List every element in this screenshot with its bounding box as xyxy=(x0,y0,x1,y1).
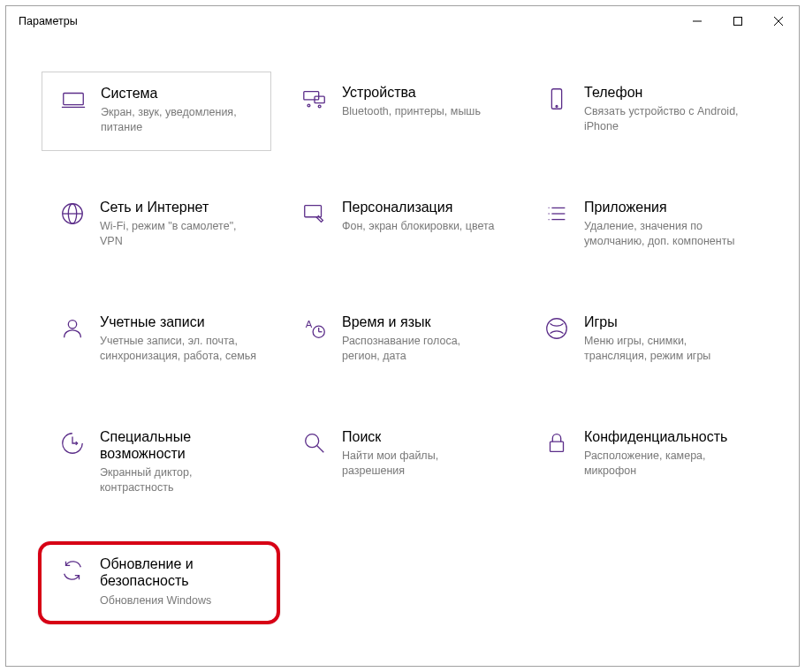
tile-title: Телефон xyxy=(584,84,743,101)
tile-desc: Удаление, значения по умолчанию, доп. ко… xyxy=(584,219,743,249)
svg-rect-4 xyxy=(64,94,84,105)
tile-desc: Распознавание голоса, регион, дата xyxy=(342,334,501,364)
maximize-button[interactable] xyxy=(718,6,758,36)
tile-desc: Связать устройство с Android, iPhone xyxy=(584,104,743,134)
minimize-button[interactable] xyxy=(677,6,718,36)
devices-icon xyxy=(296,84,333,112)
tile-title: Приложения xyxy=(584,199,743,215)
tile-title: Персонализация xyxy=(342,199,501,215)
tile-title: Система xyxy=(101,85,258,102)
globe-icon xyxy=(54,199,91,227)
tile-title: Поиск xyxy=(342,428,501,445)
tile-desc: Фон, экран блокировки, цвета xyxy=(342,219,501,234)
tile-title: Время и язык xyxy=(342,313,501,330)
tile-title: Устройства xyxy=(342,84,501,101)
tile-desc: Bluetooth, принтеры, мышь xyxy=(342,104,501,119)
search-icon xyxy=(296,428,333,457)
svg-rect-15 xyxy=(305,206,322,217)
svg-line-30 xyxy=(317,446,324,453)
tile-desc: Экранный диктор, контрастность xyxy=(100,465,259,495)
svg-point-29 xyxy=(306,434,319,448)
apps-icon xyxy=(538,199,575,227)
tile-desc: Расположение, камера, микрофон xyxy=(584,449,743,479)
svg-point-9 xyxy=(318,105,321,108)
titlebar: Параметры xyxy=(6,6,799,36)
close-button[interactable] xyxy=(758,6,799,36)
tile-title: Сеть и Интернет xyxy=(100,199,259,215)
svg-text:A: A xyxy=(306,319,313,329)
paintbrush-icon xyxy=(296,199,333,227)
person-icon xyxy=(54,313,91,342)
svg-point-22 xyxy=(68,321,76,328)
svg-point-11 xyxy=(556,106,558,108)
tile-devices[interactable]: Устройства Bluetooth, принтеры, мышь xyxy=(284,72,513,151)
tile-apps[interactable]: Приложения Удаление, значения по умолчан… xyxy=(526,186,756,266)
tile-title: Специальные возможности xyxy=(100,428,259,462)
tile-accounts[interactable]: Учетные записи Учетные записи, эл. почта… xyxy=(42,301,271,381)
settings-window: Параметры Система Экран, звук, уведо xyxy=(5,5,800,667)
svg-rect-1 xyxy=(734,18,742,26)
settings-grid: Система Экран, звук, уведомления, питани… xyxy=(42,72,763,623)
display-icon xyxy=(55,85,92,113)
tile-gaming[interactable]: Игры Меню игры, снимки, трансляция, режи… xyxy=(526,301,756,381)
svg-rect-31 xyxy=(551,442,564,451)
window-title: Параметры xyxy=(19,15,677,27)
highlight-wrap: Обновление и безопасность Обновления Win… xyxy=(42,543,271,623)
phone-icon xyxy=(538,84,575,112)
svg-rect-6 xyxy=(304,92,319,100)
tile-time-language[interactable]: A Время и язык Распознавание голоса, рег… xyxy=(284,301,513,381)
tile-desc: Найти мои файлы, разрешения xyxy=(342,449,501,479)
tile-network[interactable]: Сеть и Интернет Wi-Fi, режим "в самолете… xyxy=(42,186,271,266)
tile-desc: Wi-Fi, режим "в самолете", VPN xyxy=(100,219,259,249)
tile-desc: Меню игры, снимки, трансляция, режим игр… xyxy=(584,334,743,364)
settings-content: Система Экран, звук, уведомления, питани… xyxy=(6,36,799,623)
tile-title: Игры xyxy=(584,313,743,330)
svg-point-27 xyxy=(547,319,567,339)
tile-desc: Обновления Windows xyxy=(100,593,259,608)
xbox-icon xyxy=(538,313,575,342)
tile-desc: Учетные записи, эл. почта, синхронизация… xyxy=(100,334,259,364)
svg-point-8 xyxy=(308,104,310,107)
window-controls xyxy=(677,6,799,36)
ease-of-access-icon xyxy=(54,428,91,457)
tile-ease-of-access[interactable]: Специальные возможности Экранный диктор,… xyxy=(42,416,271,508)
sync-icon xyxy=(54,555,91,584)
tile-personalization[interactable]: Персонализация Фон, экран блокировки, цв… xyxy=(284,186,513,266)
lock-icon xyxy=(538,428,575,457)
tile-privacy[interactable]: Конфиденциальность Расположение, камера,… xyxy=(526,416,756,508)
tile-title: Учетные записи xyxy=(100,313,259,330)
tile-update-security[interactable]: Обновление и безопасность Обновления Win… xyxy=(42,543,271,623)
tile-title: Конфиденциальность xyxy=(584,428,743,445)
tile-search[interactable]: Поиск Найти мои файлы, разрешения xyxy=(284,416,513,508)
time-language-icon: A xyxy=(296,313,333,342)
tile-title: Обновление и безопасность xyxy=(100,555,259,589)
tile-phone[interactable]: Телефон Связать устройство с Android, iP… xyxy=(526,72,756,151)
tile-system[interactable]: Система Экран, звук, уведомления, питани… xyxy=(42,72,271,151)
tile-desc: Экран, звук, уведомления, питание xyxy=(101,105,258,135)
